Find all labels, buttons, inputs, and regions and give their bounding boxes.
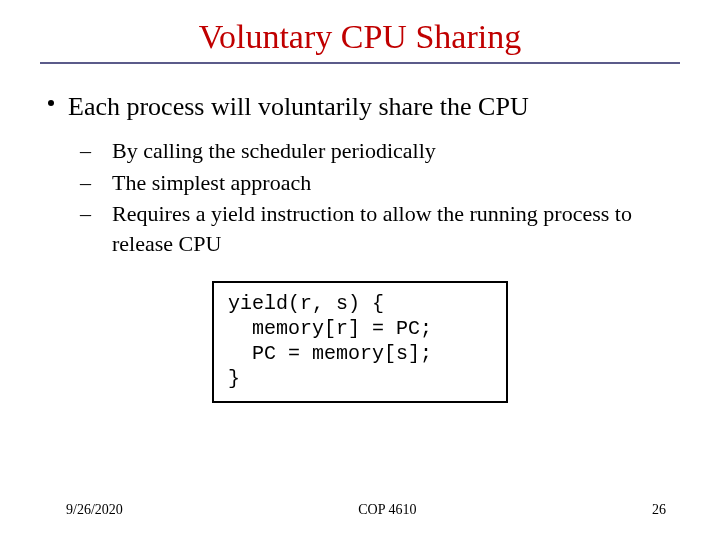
footer-page-number: 26: [652, 502, 666, 518]
bullet-item: Each process will voluntarily share the …: [48, 92, 680, 122]
dash-icon: –: [96, 199, 112, 229]
footer-course: COP 4610: [358, 502, 416, 518]
sub-bullet-text: The simplest approach: [112, 170, 311, 195]
bullet-dot-icon: [48, 100, 54, 106]
slide-title: Voluntary CPU Sharing: [40, 18, 680, 62]
sub-bullet-item: –Requires a yield instruction to allow t…: [96, 199, 680, 258]
footer-date: 9/26/2020: [66, 502, 123, 518]
sub-bullet-list: –By calling the scheduler periodically –…: [96, 136, 680, 259]
slide-footer: 9/26/2020 COP 4610 26: [0, 502, 720, 518]
sub-bullet-text: By calling the scheduler periodically: [112, 138, 436, 163]
bullet-text: Each process will voluntarily share the …: [68, 92, 529, 122]
sub-bullet-item: –The simplest approach: [96, 168, 680, 198]
title-underline: [40, 62, 680, 64]
dash-icon: –: [96, 136, 112, 166]
code-snippet: yield(r, s) { memory[r] = PC; PC = memor…: [212, 281, 508, 403]
sub-bullet-item: –By calling the scheduler periodically: [96, 136, 680, 166]
sub-bullet-text: Requires a yield instruction to allow th…: [112, 201, 632, 256]
dash-icon: –: [96, 168, 112, 198]
